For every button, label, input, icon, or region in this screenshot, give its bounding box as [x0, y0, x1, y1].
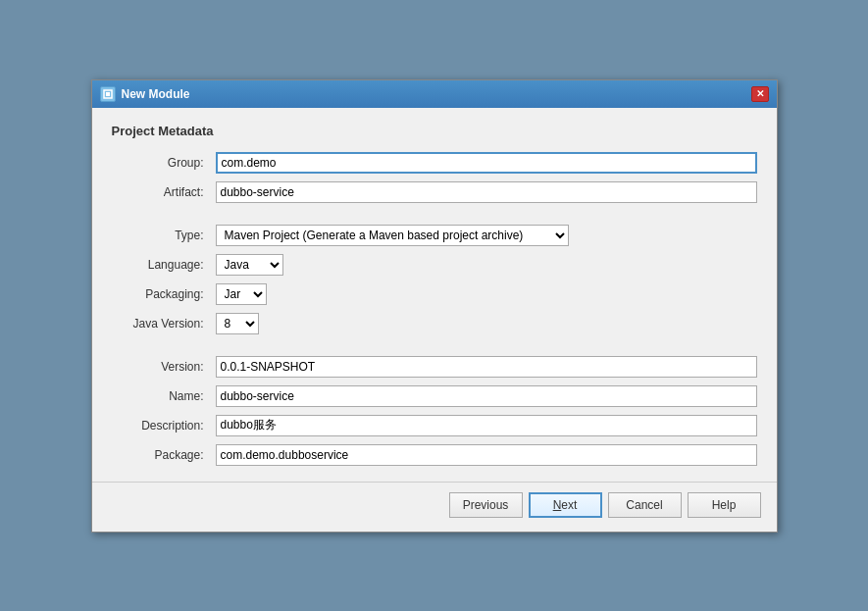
packaging-container: Jar War	[216, 283, 757, 305]
spacer-1	[112, 211, 757, 217]
description-label: Description:	[112, 419, 210, 433]
packaging-select[interactable]: Jar War	[216, 283, 267, 305]
package-input[interactable]	[216, 444, 757, 466]
java-version-container: 8 11 17	[216, 313, 757, 334]
type-label: Type:	[112, 229, 210, 242]
window-title: New Module	[122, 87, 745, 101]
version-label: Version:	[112, 360, 210, 374]
svg-rect-1	[106, 92, 110, 96]
dialog-footer: Previous Next Cancel Help	[92, 482, 777, 532]
titlebar: New Module ✕	[92, 80, 777, 108]
package-label: Package:	[112, 448, 210, 462]
java-version-label: Java Version:	[112, 317, 210, 331]
dialog-content: Project Metadata Group: Artifact: Type: …	[92, 108, 777, 482]
window-icon	[100, 86, 116, 102]
name-label: Name:	[112, 389, 210, 403]
language-container: Java Kotlin Groovy	[216, 254, 757, 276]
type-container: Maven Project (Generate a Maven based pr…	[216, 225, 757, 246]
version-input[interactable]	[216, 356, 757, 378]
form-grid: Group: Artifact: Type: Maven Project (Ge…	[112, 152, 757, 466]
artifact-label: Artifact:	[112, 185, 210, 199]
new-module-dialog: New Module ✕ Project Metadata Group: Art…	[91, 79, 778, 533]
description-input[interactable]	[216, 415, 757, 436]
language-select[interactable]: Java Kotlin Groovy	[216, 254, 283, 276]
java-version-select[interactable]: 8 11 17	[216, 313, 259, 334]
type-select[interactable]: Maven Project (Generate a Maven based pr…	[216, 225, 569, 246]
spacer-2	[112, 342, 757, 348]
help-button[interactable]: Help	[688, 492, 761, 518]
close-button[interactable]: ✕	[751, 86, 769, 102]
next-button[interactable]: Next	[529, 492, 602, 518]
group-input[interactable]	[216, 152, 757, 174]
language-label: Language:	[112, 258, 210, 272]
section-title: Project Metadata	[112, 124, 757, 138]
next-label: Next	[553, 498, 578, 512]
window-controls: ✕	[751, 86, 769, 102]
artifact-input[interactable]	[216, 181, 757, 203]
packaging-label: Packaging:	[112, 287, 210, 301]
name-input[interactable]	[216, 385, 757, 407]
cancel-button[interactable]: Cancel	[608, 492, 682, 518]
previous-button[interactable]: Previous	[449, 492, 523, 518]
group-label: Group:	[112, 156, 210, 170]
